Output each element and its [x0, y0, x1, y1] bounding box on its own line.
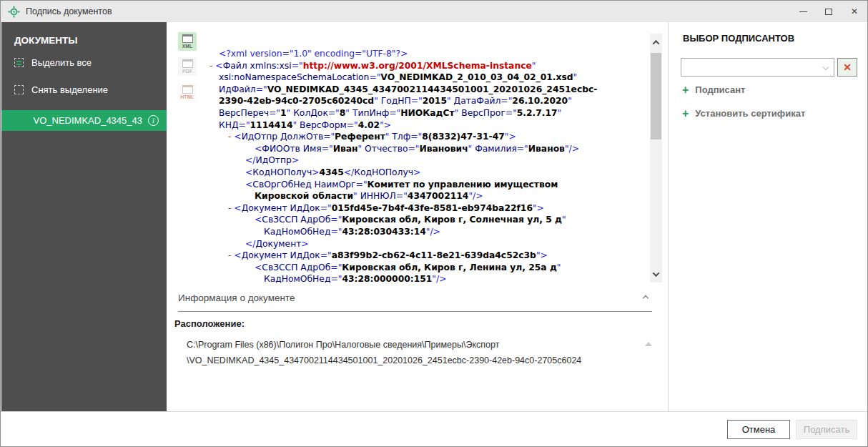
document-path: C:\Program Files (x86)\Полигон Про\Налог… — [187, 337, 630, 368]
xml-line: КНД="1114414" ВерсФорм="4.02"> — [208, 119, 646, 132]
pdf-doc-icon — [182, 59, 193, 68]
deselect-icon — [14, 85, 24, 94]
document-info-title: Информация о документе — [178, 293, 295, 303]
signer-combobox[interactable] — [681, 58, 834, 77]
install-certificate-link[interactable]: + Установить сертификат — [682, 108, 805, 119]
scroll-down-button[interactable] — [650, 268, 662, 280]
sign-documents-window: Подпись документов ✕ ДОКУМЕНТЫ Выделить … — [0, 0, 868, 447]
add-signer-label: Подписант — [695, 84, 745, 95]
document-path-line1: C:\Program Files (x86)\Полигон Про\Налог… — [187, 337, 630, 353]
xml-doc-icon — [182, 34, 193, 43]
title-bar: Подпись документов ✕ — [1, 1, 867, 22]
maximize-button[interactable] — [816, 1, 842, 22]
close-button[interactable]: ✕ — [842, 1, 867, 22]
xml-scrollbar-thumb[interactable] — [651, 53, 661, 139]
html-doc-icon — [182, 85, 193, 94]
document-info-icon[interactable]: i — [148, 115, 159, 126]
cancel-button[interactable]: Отмена — [727, 420, 790, 439]
clear-signer-button[interactable]: ✕ — [837, 58, 857, 77]
add-signer-link[interactable]: + Подписант — [682, 84, 745, 95]
tab-html-view[interactable]: HTML — [178, 83, 197, 102]
collapse-chevron-icon — [643, 295, 648, 300]
xml-line: - <Файл xmlns:xsi="http://www.w3.org/200… — [208, 60, 646, 72]
xml-line: xsi:noNamespaceSchemaLocation="VO_NEDIMK… — [208, 72, 646, 84]
signer-panel-header: ВЫБОР ПОДПИСАНТОВ — [683, 33, 794, 44]
xml-line: - <ИдОтпр ДолжОтв="Референт" Тлф="8(8332… — [208, 131, 646, 143]
xml-line: 2390-42eb-94c0-2705c60240cd" ГодНП="2015… — [208, 95, 646, 107]
document-preview-pane: XML PDF HTML <?xml version="1.0" encodin… — [167, 22, 668, 413]
xml-line: <ФИООтв Имя="Иван" Отчество="Иванович" Ф… — [208, 143, 646, 155]
signer-selection-panel: ВЫБОР ПОДПИСАНТОВ ✕ + Подписант + Устано… — [668, 22, 868, 413]
xml-line: </ИдОтпр> — [208, 154, 646, 167]
maximize-icon — [825, 9, 832, 15]
clear-x-icon: ✕ — [843, 62, 852, 73]
xml-line: КадНомОбНед="43:28:000000:151"/> — [208, 273, 646, 285]
select-all-label: Выделить все — [31, 57, 92, 68]
chevron-up-icon — [653, 39, 660, 46]
scroll-up-button[interactable] — [650, 36, 662, 48]
xml-line: Кировской области" ИННЮЛ="4347002114"/> — [208, 190, 646, 202]
xml-line: <?xml version="1.0" encoding="UTF-8"?> — [208, 48, 646, 60]
close-icon: ✕ — [851, 6, 858, 16]
location-label: Расположение: — [174, 318, 245, 329]
xml-line: ВерсПереч="1" КолДок="8" ТипИнф="НИОКадС… — [208, 107, 646, 119]
xml-line: - <Документ ИдДок="015fd45e-7b4f-43fe-85… — [208, 202, 646, 215]
window-title: Подпись документов — [26, 6, 112, 16]
xml-line: <СвЗССП АдрОб="Кировская обл, Киров г, Л… — [208, 262, 646, 274]
sidebar-header: ДОКУМЕНТЫ — [1, 22, 167, 46]
combobox-chevron-down-icon — [823, 64, 829, 70]
documents-sidebar: ДОКУМЕНТЫ Выделить все Снять выделение V… — [1, 22, 167, 413]
footer-bar: Отмена Подписать — [1, 411, 867, 446]
xml-line: ИдФайл="VO_NEDIMKAD_4345_434700211443450… — [208, 84, 646, 96]
deselect-label: Снять выделение — [31, 84, 108, 95]
plus-icon: + — [682, 85, 689, 95]
xml-line: <СвОргОбНед НаимОрг="Комитет по управлен… — [208, 179, 646, 191]
document-path-line2: \VO_NEDIMKAD_4345_4347002114434501001_20… — [187, 353, 630, 368]
tab-xml-view[interactable]: XML — [178, 32, 197, 51]
select-all-button[interactable]: Выделить все — [1, 51, 167, 73]
document-name: VO_NEDIMKAD_4345_43 — [34, 115, 142, 126]
tab-pdf-view[interactable]: PDF — [178, 57, 197, 76]
xml-line: - <Документ ИдДок="a83f99b2-cb62-4c11-8e… — [208, 250, 646, 262]
document-info-collapsible-header[interactable]: Информация о документе — [178, 293, 652, 312]
chevron-down-icon — [653, 270, 660, 277]
xml-code: <?xml version="1.0" encoding="UTF-8"?>- … — [208, 48, 646, 304]
xml-line: КадНомОбНед="43:28:030433:14"/> — [208, 226, 646, 238]
select-all-icon — [14, 58, 24, 67]
sign-button[interactable]: Подписать — [796, 420, 857, 439]
path-scroll-up-icon[interactable] — [645, 342, 652, 346]
minimize-icon — [799, 11, 807, 12]
install-certificate-label: Установить сертификат — [695, 108, 805, 119]
xml-line: <КодНОПолуч>4345</КодНОПолуч> — [208, 167, 646, 179]
plus-icon: + — [682, 109, 689, 119]
xml-scrollbar[interactable] — [650, 34, 662, 283]
document-list-item-selected[interactable]: VO_NEDIMKAD_4345_43 i — [1, 110, 167, 131]
minimize-button[interactable] — [790, 1, 816, 22]
deselect-button[interactable]: Снять выделение — [1, 79, 167, 100]
xml-line: <СвЗССП АдрОб="Кировская обл, Киров г, С… — [208, 214, 646, 226]
app-logo-icon — [8, 6, 20, 18]
xml-line: </Документ> — [208, 238, 646, 250]
